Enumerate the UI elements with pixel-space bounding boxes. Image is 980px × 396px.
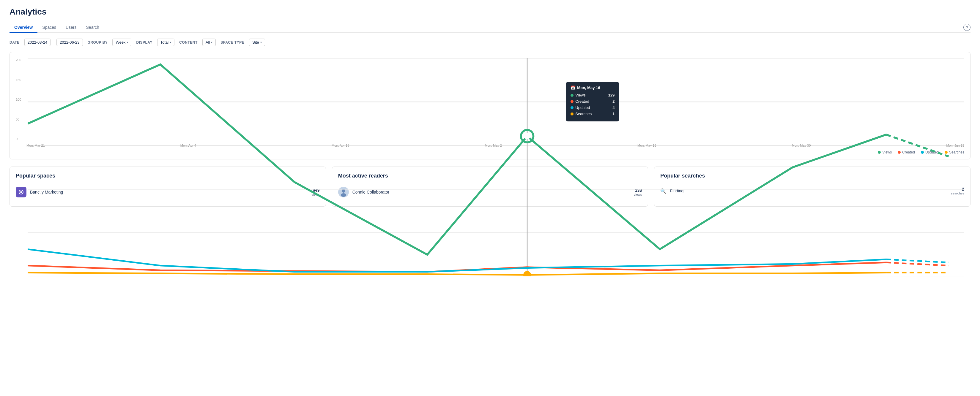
chart-tooltip: 📅 Mon, May 16 Views 129 Created 2: [566, 82, 619, 121]
tooltip-header: 📅 Mon, May 16: [571, 86, 614, 90]
space-type-label: SPACE TYPE: [221, 40, 244, 44]
chart-area: 0 50 100 150 200: [16, 58, 964, 147]
date-separator: –: [52, 40, 55, 45]
date-range: 2022-03-24 – 2022-06-23: [24, 39, 83, 46]
tooltip-row-searches: Searches 1: [571, 112, 614, 116]
views-dot: [571, 94, 573, 97]
tooltip-row-views: Views 129: [571, 93, 614, 97]
tab-users[interactable]: Users: [61, 22, 81, 33]
date-end-input[interactable]: 2022-06-23: [56, 39, 83, 46]
filters-bar: DATE 2022-03-24 – 2022-06-23 GROUP BY We…: [10, 39, 970, 46]
y-axis-labels: 0 50 100 150 200: [16, 58, 27, 147]
chart-svg: [28, 58, 964, 276]
chart-svg-container: [28, 58, 964, 141]
chevron-down-icon: ▾: [211, 41, 212, 44]
tab-search[interactable]: Search: [81, 22, 104, 33]
tooltip-row-created: Created 2: [571, 99, 614, 104]
space-logo-icon: [18, 189, 24, 195]
space-icon: [16, 187, 27, 197]
chevron-down-icon: ▾: [170, 41, 171, 44]
display-dropdown[interactable]: Total ▾: [157, 39, 174, 46]
help-icon[interactable]: ?: [963, 24, 970, 31]
tabs-bar: Overview Spaces Users Search ?: [10, 22, 970, 33]
tab-overview[interactable]: Overview: [10, 22, 37, 33]
svg-point-8: [524, 133, 530, 139]
display-label: DISPLAY: [136, 40, 152, 44]
analytics-page: Analytics Overview Spaces Users Search ?…: [0, 0, 980, 396]
space-type-dropdown[interactable]: Site ▾: [249, 39, 265, 46]
chevron-down-icon: ▾: [127, 41, 128, 44]
content-label: CONTENT: [179, 40, 197, 44]
group-by-dropdown[interactable]: Week ▾: [112, 39, 131, 46]
content-dropdown[interactable]: All ▾: [202, 39, 216, 46]
tabs-left: Overview Spaces Users Search: [10, 22, 104, 32]
tooltip-row-updated: Updated 4: [571, 105, 614, 110]
chart-container: 0 50 100 150 200: [10, 52, 970, 159]
calendar-icon: 📅: [571, 86, 575, 90]
svg-point-9: [523, 271, 531, 276]
x-axis-labels: Mon, Mar 21 Mon, Apr 4 Mon, Apr 18 Mon, …: [27, 144, 964, 147]
tab-spaces[interactable]: Spaces: [37, 22, 61, 33]
group-by-label: GROUP BY: [88, 40, 108, 44]
searches-dot: [571, 112, 573, 116]
page-title: Analytics: [10, 7, 970, 17]
date-start-input[interactable]: 2022-03-24: [24, 39, 51, 46]
date-label: DATE: [10, 40, 20, 44]
updated-dot: [571, 106, 573, 109]
chevron-down-icon: ▾: [260, 41, 262, 44]
created-dot: [571, 100, 573, 103]
